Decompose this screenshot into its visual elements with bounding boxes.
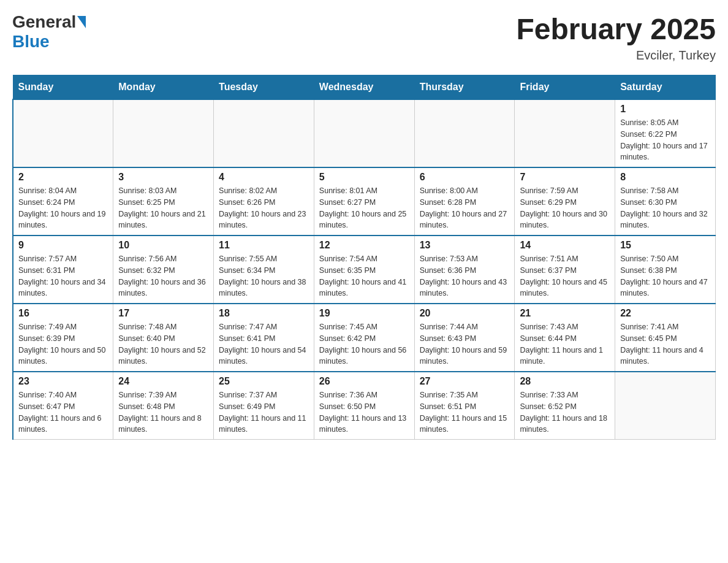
day-number: 6 (420, 172, 510, 183)
day-info: Sunrise: 7:36 AM Sunset: 6:50 PM Dayligh… (319, 389, 409, 435)
calendar-cell: 8Sunrise: 7:58 AM Sunset: 6:30 PM Daylig… (615, 167, 716, 236)
calendar-cell: 25Sunrise: 7:37 AM Sunset: 6:49 PM Dayli… (214, 372, 314, 440)
day-number: 19 (319, 308, 409, 319)
calendar-cell: 7Sunrise: 7:59 AM Sunset: 6:29 PM Daylig… (515, 167, 615, 236)
day-info: Sunrise: 8:03 AM Sunset: 6:25 PM Dayligh… (118, 185, 208, 231)
calendar-cell: 5Sunrise: 8:01 AM Sunset: 6:27 PM Daylig… (314, 167, 414, 236)
logo-blue-text: Blue (12, 32, 50, 51)
day-number: 20 (420, 308, 510, 319)
day-number: 13 (420, 240, 510, 251)
logo-arrow-icon (77, 16, 86, 28)
calendar-cell: 10Sunrise: 7:56 AM Sunset: 6:32 PM Dayli… (113, 236, 214, 304)
day-number: 28 (520, 376, 610, 387)
calendar-cell: 9Sunrise: 7:57 AM Sunset: 6:31 PM Daylig… (13, 236, 113, 304)
day-info: Sunrise: 7:35 AM Sunset: 6:51 PM Dayligh… (420, 389, 510, 435)
header-tuesday: Tuesday (214, 75, 314, 100)
day-info: Sunrise: 7:49 AM Sunset: 6:39 PM Dayligh… (18, 321, 108, 367)
day-number: 12 (319, 240, 409, 251)
week-row-3: 9Sunrise: 7:57 AM Sunset: 6:31 PM Daylig… (13, 236, 716, 304)
calendar-cell: 24Sunrise: 7:39 AM Sunset: 6:48 PM Dayli… (113, 372, 214, 440)
calendar-cell: 13Sunrise: 7:53 AM Sunset: 6:36 PM Dayli… (414, 236, 515, 304)
calendar-cell: 2Sunrise: 8:04 AM Sunset: 6:24 PM Daylig… (13, 167, 113, 236)
header-sunday: Sunday (13, 75, 113, 100)
week-row-1: 1Sunrise: 8:05 AM Sunset: 6:22 PM Daylig… (13, 99, 716, 167)
calendar-cell: 1Sunrise: 8:05 AM Sunset: 6:22 PM Daylig… (615, 99, 716, 167)
calendar-cell: 21Sunrise: 7:43 AM Sunset: 6:44 PM Dayli… (515, 304, 615, 372)
calendar-cell: 17Sunrise: 7:48 AM Sunset: 6:40 PM Dayli… (113, 304, 214, 372)
calendar-cell: 4Sunrise: 8:02 AM Sunset: 6:26 PM Daylig… (214, 167, 314, 236)
day-info: Sunrise: 7:48 AM Sunset: 6:40 PM Dayligh… (118, 321, 208, 367)
calendar-cell (214, 99, 314, 167)
day-info: Sunrise: 7:39 AM Sunset: 6:48 PM Dayligh… (118, 389, 208, 435)
calendar-cell (314, 99, 414, 167)
day-info: Sunrise: 7:58 AM Sunset: 6:30 PM Dayligh… (620, 185, 710, 231)
day-number: 7 (520, 172, 610, 183)
day-number: 11 (219, 240, 309, 251)
day-info: Sunrise: 7:59 AM Sunset: 6:29 PM Dayligh… (520, 185, 610, 231)
header-friday: Friday (515, 75, 615, 100)
calendar-cell: 12Sunrise: 7:54 AM Sunset: 6:35 PM Dayli… (314, 236, 414, 304)
day-info: Sunrise: 7:51 AM Sunset: 6:37 PM Dayligh… (520, 253, 610, 299)
day-info: Sunrise: 7:56 AM Sunset: 6:32 PM Dayligh… (118, 253, 208, 299)
weekday-header-row: Sunday Monday Tuesday Wednesday Thursday… (13, 75, 716, 100)
location-label: Evciler, Turkey (516, 48, 716, 63)
calendar-cell: 20Sunrise: 7:44 AM Sunset: 6:43 PM Dayli… (414, 304, 515, 372)
day-number: 22 (620, 308, 710, 319)
calendar-cell: 16Sunrise: 7:49 AM Sunset: 6:39 PM Dayli… (13, 304, 113, 372)
day-info: Sunrise: 7:33 AM Sunset: 6:52 PM Dayligh… (520, 389, 610, 435)
day-number: 24 (118, 376, 208, 387)
calendar-cell: 15Sunrise: 7:50 AM Sunset: 6:38 PM Dayli… (615, 236, 716, 304)
day-info: Sunrise: 8:01 AM Sunset: 6:27 PM Dayligh… (319, 185, 409, 231)
day-info: Sunrise: 8:00 AM Sunset: 6:28 PM Dayligh… (420, 185, 510, 231)
calendar-cell (414, 99, 515, 167)
day-number: 4 (219, 172, 309, 183)
calendar-cell: 3Sunrise: 8:03 AM Sunset: 6:25 PM Daylig… (113, 167, 214, 236)
calendar-cell: 22Sunrise: 7:41 AM Sunset: 6:45 PM Dayli… (615, 304, 716, 372)
calendar-cell (615, 372, 716, 440)
day-info: Sunrise: 7:50 AM Sunset: 6:38 PM Dayligh… (620, 253, 710, 299)
logo-general-text: General (12, 12, 76, 32)
day-info: Sunrise: 8:02 AM Sunset: 6:26 PM Dayligh… (219, 185, 309, 231)
calendar-cell: 28Sunrise: 7:33 AM Sunset: 6:52 PM Dayli… (515, 372, 615, 440)
day-info: Sunrise: 7:37 AM Sunset: 6:49 PM Dayligh… (219, 389, 309, 435)
page-header: General Blue February 2025 Evciler, Turk… (12, 12, 716, 63)
day-number: 18 (219, 308, 309, 319)
calendar-cell (13, 99, 113, 167)
calendar-cell (515, 99, 615, 167)
logo: General Blue (12, 12, 87, 52)
day-number: 5 (319, 172, 409, 183)
header-thursday: Thursday (414, 75, 515, 100)
header-saturday: Saturday (615, 75, 716, 100)
day-number: 3 (118, 172, 208, 183)
day-info: Sunrise: 7:40 AM Sunset: 6:47 PM Dayligh… (18, 389, 108, 435)
day-number: 17 (118, 308, 208, 319)
calendar-cell: 27Sunrise: 7:35 AM Sunset: 6:51 PM Dayli… (414, 372, 515, 440)
day-number: 14 (520, 240, 610, 251)
day-info: Sunrise: 7:41 AM Sunset: 6:45 PM Dayligh… (620, 321, 710, 367)
day-info: Sunrise: 7:55 AM Sunset: 6:34 PM Dayligh… (219, 253, 309, 299)
day-info: Sunrise: 7:44 AM Sunset: 6:43 PM Dayligh… (420, 321, 510, 367)
day-number: 10 (118, 240, 208, 251)
day-info: Sunrise: 7:54 AM Sunset: 6:35 PM Dayligh… (319, 253, 409, 299)
calendar-cell: 19Sunrise: 7:45 AM Sunset: 6:42 PM Dayli… (314, 304, 414, 372)
month-title: February 2025 (516, 12, 716, 46)
day-number: 8 (620, 172, 710, 183)
day-number: 26 (319, 376, 409, 387)
calendar-cell (113, 99, 214, 167)
day-number: 23 (18, 376, 108, 387)
calendar-cell: 26Sunrise: 7:36 AM Sunset: 6:50 PM Dayli… (314, 372, 414, 440)
day-info: Sunrise: 7:47 AM Sunset: 6:41 PM Dayligh… (219, 321, 309, 367)
day-number: 15 (620, 240, 710, 251)
header-monday: Monday (113, 75, 214, 100)
calendar-cell: 23Sunrise: 7:40 AM Sunset: 6:47 PM Dayli… (13, 372, 113, 440)
week-row-2: 2Sunrise: 8:04 AM Sunset: 6:24 PM Daylig… (13, 167, 716, 236)
day-info: Sunrise: 7:45 AM Sunset: 6:42 PM Dayligh… (319, 321, 409, 367)
day-info: Sunrise: 7:43 AM Sunset: 6:44 PM Dayligh… (520, 321, 610, 367)
day-number: 27 (420, 376, 510, 387)
calendar-cell: 18Sunrise: 7:47 AM Sunset: 6:41 PM Dayli… (214, 304, 314, 372)
week-row-4: 16Sunrise: 7:49 AM Sunset: 6:39 PM Dayli… (13, 304, 716, 372)
header-wednesday: Wednesday (314, 75, 414, 100)
day-info: Sunrise: 7:57 AM Sunset: 6:31 PM Dayligh… (18, 253, 108, 299)
day-number: 21 (520, 308, 610, 319)
calendar-table: Sunday Monday Tuesday Wednesday Thursday… (12, 75, 716, 440)
